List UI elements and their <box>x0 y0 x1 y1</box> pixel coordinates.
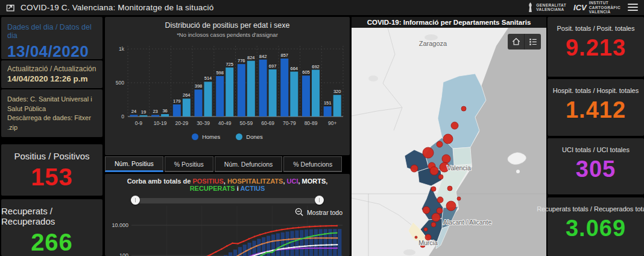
svg-text:10.000: 10.000 <box>112 222 128 228</box>
slider-handle-left[interactable] <box>131 196 140 205</box>
stat-value: 9.213 <box>566 35 626 61</box>
show-all-label: Mostrar todo <box>307 209 343 216</box>
case-circle[interactable] <box>415 236 417 238</box>
case-circle[interactable] <box>411 165 418 172</box>
svg-text:692: 692 <box>312 64 320 69</box>
date-value: 13/04/2020 <box>7 42 96 61</box>
svg-text:40-49: 40-49 <box>218 120 231 126</box>
place-label: Alacant / Alicante <box>443 219 492 226</box>
home-icon[interactable] <box>508 34 524 50</box>
slider-track[interactable] <box>135 198 320 203</box>
legend-dot-icon <box>192 133 198 140</box>
tab-n-m-defuncions[interactable]: Núm. Defuncions <box>215 156 283 172</box>
page-title: COVID-19 C. Valenciana: Monitoratge de l… <box>21 3 213 12</box>
generalitat-logo: GENERALITAT VALENCIANA <box>527 2 566 13</box>
tab--positius[interactable]: % Positius <box>165 156 213 172</box>
case-circle[interactable] <box>438 174 443 179</box>
dashboard-edit-icon <box>6 3 15 12</box>
case-circle[interactable] <box>424 228 428 231</box>
svg-text:842: 842 <box>259 54 267 59</box>
case-circle[interactable] <box>423 147 434 158</box>
source-panel: Dades: C. Sanitat Universal i Salut Públ… <box>1 89 103 137</box>
svg-text:179: 179 <box>173 98 181 104</box>
svg-text:151: 151 <box>323 100 331 106</box>
stat-label: UCI totals / UCI totales <box>562 146 630 153</box>
update-panel: Actualització / Actualización 14/04/2020… <box>1 60 103 88</box>
case-circle[interactable] <box>461 106 466 111</box>
case-circle[interactable] <box>457 197 461 200</box>
case-circle[interactable] <box>423 206 430 214</box>
case-circle[interactable] <box>446 201 456 211</box>
svg-text:598: 598 <box>216 70 224 75</box>
svg-text:697: 697 <box>268 63 276 69</box>
positius-panel: Positius / Positivos 153 <box>1 144 103 196</box>
case-circle[interactable] <box>437 208 443 214</box>
line-title-segment: , <box>326 178 327 185</box>
time-range-slider[interactable] <box>135 196 320 205</box>
legend-dot-icon <box>236 133 242 140</box>
stat-label: Recuperats totals / Recuperados totales <box>537 205 644 213</box>
svg-text:30-39: 30-39 <box>197 120 210 126</box>
svg-text:264: 264 <box>183 92 191 98</box>
download-row: Descàrrega de dades: Fitxer .zip <box>7 114 96 133</box>
svg-text:514: 514 <box>204 75 212 81</box>
source-text: Dades: C. Sanitat Universal i Salut Públ… <box>7 95 96 114</box>
svg-text:36: 36 <box>162 108 167 114</box>
tab-n-m-positius[interactable]: Núm. Positius <box>105 156 163 172</box>
icv-logo: ICV INSTITUT CARTOGRÀFIC VALENCIÀ <box>573 1 620 14</box>
svg-text:19: 19 <box>140 109 145 115</box>
total-stat-panel: Posit. totals / Posit. totales 9.213 <box>548 17 644 77</box>
case-circle[interactable] <box>437 197 443 203</box>
svg-text:70-79: 70-79 <box>282 120 295 126</box>
totals-curve-panel: Corba amb totals de POSITIUS, HOSPITALIT… <box>105 174 350 256</box>
age-sex-chart-panel: Distribució de positius per edat i sexe … <box>105 17 350 155</box>
legend-item-homes[interactable]: Homes <box>192 133 220 140</box>
recuperats-label: Recuperats / Recuperados <box>1 206 103 226</box>
svg-text:824: 824 <box>247 55 255 60</box>
case-circle[interactable] <box>431 222 436 227</box>
slider-handle-right[interactable] <box>315 196 324 205</box>
svg-text:605: 605 <box>302 69 310 75</box>
svg-text:80-89: 80-89 <box>304 120 317 126</box>
stat-label: Posit. totals / Posit. totales <box>557 25 634 32</box>
case-circle[interactable] <box>447 186 452 191</box>
bar-chart-title: Distribució de positius per edat i sexe <box>165 21 289 30</box>
line-chart-title: Corba amb totals de POSITIUS, HOSPITALIT… <box>105 178 350 192</box>
recuperats-panel: Recuperats / Recuperados 266 <box>1 199 103 256</box>
case-circle[interactable] <box>451 122 458 129</box>
svg-text:10-19: 10-19 <box>153 120 166 126</box>
date-panel: Dades del dia / Datos del dia 13/04/2020 <box>1 17 103 59</box>
case-circle[interactable] <box>442 155 450 163</box>
stat-value: 1.412 <box>566 97 626 123</box>
legend-label: Homes <box>202 133 220 140</box>
svg-text:100: 100 <box>119 252 128 256</box>
svg-text:320: 320 <box>333 89 341 94</box>
svg-text:1k: 1k <box>119 46 125 52</box>
case-circle[interactable] <box>437 141 443 147</box>
stat-value: 3.069 <box>566 216 626 242</box>
legend-label: Dones <box>246 133 262 140</box>
svg-text:60-69: 60-69 <box>261 120 274 126</box>
positius-value: 153 <box>31 164 73 191</box>
date-label: Dades del dia / Datos del dia <box>7 23 96 40</box>
case-circle[interactable] <box>443 134 453 144</box>
map-title: COVID-19: Informació per Departaments Sa… <box>352 17 546 28</box>
map-canvas[interactable]: ZaragozaValenciaAlacant / AlicanteMurcia <box>352 28 546 256</box>
case-circle[interactable] <box>432 213 440 222</box>
age-sex-bar-chart: 1k500024190-9233610-1917926420-293985143… <box>107 42 348 132</box>
tab--defuncions[interactable]: % Defuncions <box>283 156 342 172</box>
case-circle[interactable] <box>431 187 436 191</box>
place-label: Zaragoza <box>419 40 447 47</box>
case-circle[interactable] <box>430 167 438 175</box>
health-departments-map[interactable]: ZaragozaValenciaAlacant / AlicanteMurcia <box>352 28 546 256</box>
legend-item-dones[interactable]: Dones <box>236 133 262 140</box>
legend-list-icon[interactable] <box>524 34 541 50</box>
hamburger-icon[interactable] <box>628 4 638 11</box>
svg-text:776: 776 <box>238 58 245 63</box>
map-toolbar <box>508 34 541 50</box>
middle-column: Distribució de positius per edat i sexe … <box>105 17 350 256</box>
line-title-segment: Corba amb totals de <box>127 178 193 185</box>
svg-text:0: 0 <box>121 114 124 120</box>
place-label: Murcia <box>418 239 438 246</box>
show-all-button[interactable]: Mostrar todo <box>295 208 343 217</box>
